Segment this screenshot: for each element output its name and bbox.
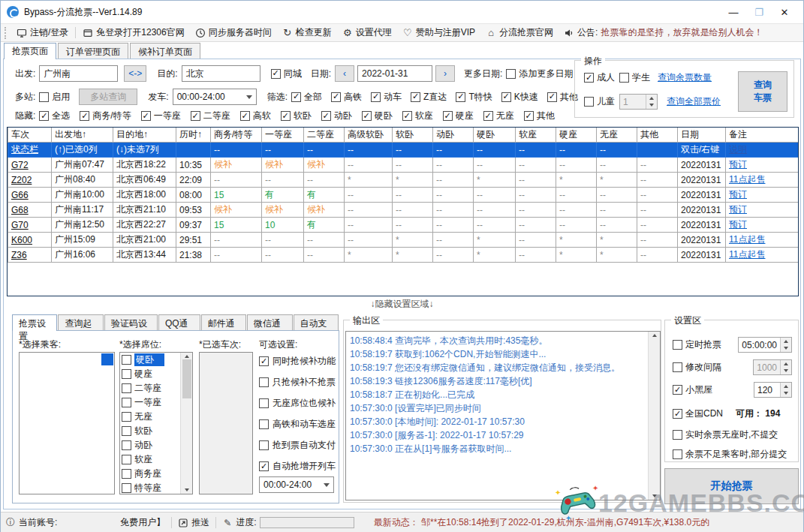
table-row[interactable]: G72广州南07:47北京西18:2210:35候补候补候补----------…	[8, 158, 799, 173]
hide-seat-checkbox-6[interactable]: 动卧	[321, 110, 352, 122]
note-link[interactable]: 11点起售	[729, 249, 765, 260]
option-row-5[interactable]: 自动抢增开列车	[259, 460, 336, 473]
seat-item-9[interactable]: 特等座	[120, 481, 180, 494]
hide-seat-checkbox-8[interactable]: 软座	[402, 110, 433, 122]
table-row[interactable]: G66广州南10:00北京西18:0008:0015有有------------…	[8, 188, 799, 203]
train-type-checkbox-5[interactable]: K快速	[501, 91, 538, 104]
scroll-up-icon[interactable]	[652, 334, 657, 337]
table-row[interactable]: G68广州南11:17北京西21:1009:53候补候补候补----------…	[8, 203, 799, 218]
hide-seat-checkbox-10[interactable]: 无座	[483, 110, 514, 122]
table-row[interactable]: Z202广州08:40北京西06:4922:09------**--*--**-…	[8, 173, 799, 188]
column-header-15[interactable]: 日期	[678, 128, 726, 143]
enable-multi-checkbox[interactable]: 启用	[39, 91, 70, 104]
settings-tab-5[interactable]: 微信通知	[247, 314, 292, 331]
tab-2[interactable]: 候补订单页面	[130, 43, 200, 59]
train-type-checkbox-3[interactable]: Z直达	[411, 91, 447, 104]
tab-1[interactable]: 订单管理页面	[58, 43, 128, 59]
hide-seat-checkbox-7[interactable]: 硬卧	[362, 110, 393, 122]
setting-checkbox-0[interactable]: 定时抢票	[673, 338, 721, 351]
note-link[interactable]: 11点起售	[729, 234, 765, 245]
close-button[interactable]: ✕	[772, 2, 797, 22]
option-row-3[interactable]: 高铁和动车选座	[259, 418, 336, 431]
student-checkbox[interactable]: 学生	[619, 71, 650, 84]
seat-item-6[interactable]: 动卧	[120, 438, 180, 452]
seat-item-2[interactable]: 二等座	[120, 381, 180, 395]
note-link[interactable]: 预订	[729, 159, 747, 170]
train-link[interactable]: Z202	[11, 175, 32, 185]
train-type-checkbox-2[interactable]: 动车	[371, 91, 402, 104]
prev-date-button[interactable]: ‹	[335, 65, 354, 82]
hide-seat-checkbox-0[interactable]: 全选	[39, 110, 70, 122]
train-type-checkbox-0[interactable]: 全部	[291, 91, 322, 104]
table-row[interactable]: K600广州15:09北京西21:0029:51--------*--*--**…	[8, 233, 799, 248]
seat-item-1[interactable]: 硬座	[120, 367, 180, 381]
train-link[interactable]: Z36	[11, 250, 27, 260]
scroll-up-icon[interactable]	[185, 355, 189, 358]
column-header-1[interactable]: 出发地↑	[52, 128, 113, 143]
status-note-link[interactable]: 说明	[729, 144, 747, 155]
toolbar-item-1[interactable]: 免登录打开12306官网	[77, 25, 189, 41]
next-date-button[interactable]: ›	[435, 65, 455, 82]
cdn-checkbox[interactable]: 全国CDN	[673, 407, 723, 420]
seat-item-5[interactable]: 软卧	[120, 424, 180, 438]
settings-tab-4[interactable]: 邮件通知	[201, 314, 246, 331]
toolbar-item-2[interactable]: 同步服务器时间	[190, 25, 277, 41]
option-row-2[interactable]: 无座席位也候补	[259, 397, 336, 410]
stepper-arrows[interactable]	[646, 95, 657, 109]
column-header-2[interactable]: 目的地↑	[113, 128, 176, 143]
train-link[interactable]: G66	[11, 190, 29, 200]
scroll-down-icon[interactable]	[185, 488, 189, 491]
column-header-3[interactable]: 历时↑	[176, 128, 211, 143]
train-type-checkbox-6[interactable]: 其他	[547, 91, 578, 104]
hide-seat-checkbox-3[interactable]: 二等座	[191, 110, 230, 122]
hide-seat-checkbox-5[interactable]: 软卧	[281, 110, 312, 122]
column-header-5[interactable]: 一等座	[262, 128, 304, 143]
tab-0[interactable]: 抢票页面	[4, 43, 56, 59]
depart-time-select[interactable]: 00:00-24:00	[173, 89, 257, 105]
push-label[interactable]: 推送	[191, 516, 209, 529]
query-remaining-link[interactable]: 查询余票数量	[658, 71, 712, 84]
seat-list[interactable]: 硬卧硬座二等座一等座无座软卧动卧软座商务座特等座	[119, 352, 193, 494]
note-link[interactable]: 预订	[729, 219, 747, 230]
note-link[interactable]: 11点起售	[729, 174, 765, 185]
train-link[interactable]: G70	[11, 220, 29, 230]
maximize-button[interactable]: ❐	[746, 2, 772, 22]
stepper-arrows[interactable]	[780, 360, 791, 374]
toolbar-item-7[interactable]: 公告:抢票靠的是坚持，放弃就是给别人机会！	[559, 25, 768, 41]
seat-list-scrollbar[interactable]	[180, 353, 192, 494]
toolbar-item-4[interactable]: ⚙设置代理	[337, 25, 397, 41]
hide-seat-checkbox-1[interactable]: 商务/特等	[80, 110, 131, 122]
child-checkbox[interactable]: 儿童	[584, 95, 615, 108]
train-link[interactable]: G72	[11, 160, 29, 170]
same-city-checkbox[interactable]: 同城	[271, 68, 302, 80]
setting-stepper-0[interactable]: 05:00:00	[738, 337, 792, 353]
depart-input[interactable]: 广州南	[39, 65, 118, 82]
column-header-7[interactable]: 高级软卧	[345, 128, 393, 143]
seat-item-3[interactable]: 一等座	[120, 395, 180, 410]
minimize-button[interactable]: —	[721, 2, 746, 22]
passenger-list[interactable]	[19, 352, 115, 494]
column-header-13[interactable]: 无座	[597, 128, 637, 143]
settings-tab-1[interactable]: 查询起售	[58, 314, 103, 331]
multi-query-button[interactable]: 多站查询	[79, 89, 137, 105]
note-link[interactable]: 预订	[729, 189, 747, 200]
option-row-4[interactable]: 抢到票自动支付	[259, 439, 336, 452]
add-more-dates-checkbox[interactable]: 添加更多日期	[506, 68, 573, 80]
option-row-1[interactable]: 只抢候补不抢票	[259, 376, 336, 389]
settings-tab-3[interactable]: QQ通知	[158, 314, 200, 331]
hide-seat-checkbox-2[interactable]: 一等座	[141, 110, 181, 122]
seat-item-8[interactable]: 商务座	[120, 467, 180, 481]
query-ticket-button[interactable]: 查询 车票	[738, 71, 787, 112]
table-row[interactable]: G70广州南12:50北京西22:2709:371510有-----------…	[8, 218, 799, 233]
hide-seat-checkbox-9[interactable]: 硬座	[443, 110, 474, 122]
setting-checkbox-1[interactable]: 修改间隔	[673, 361, 721, 374]
seat-item-4[interactable]: 无座	[120, 410, 180, 424]
toolbar-item-0[interactable]: 注销/登录	[11, 25, 74, 41]
setting-stepper-1[interactable]: 1000	[753, 359, 792, 375]
train-type-checkbox-1[interactable]: 高铁	[331, 91, 362, 104]
seat-item-7[interactable]: 软座	[120, 452, 180, 467]
adult-checkbox[interactable]: 成人	[584, 71, 615, 84]
column-header-14[interactable]: 其他	[637, 128, 678, 143]
query-price-link[interactable]: 查询全部票价	[667, 95, 721, 108]
scrollbar-thumb[interactable]	[182, 359, 191, 398]
